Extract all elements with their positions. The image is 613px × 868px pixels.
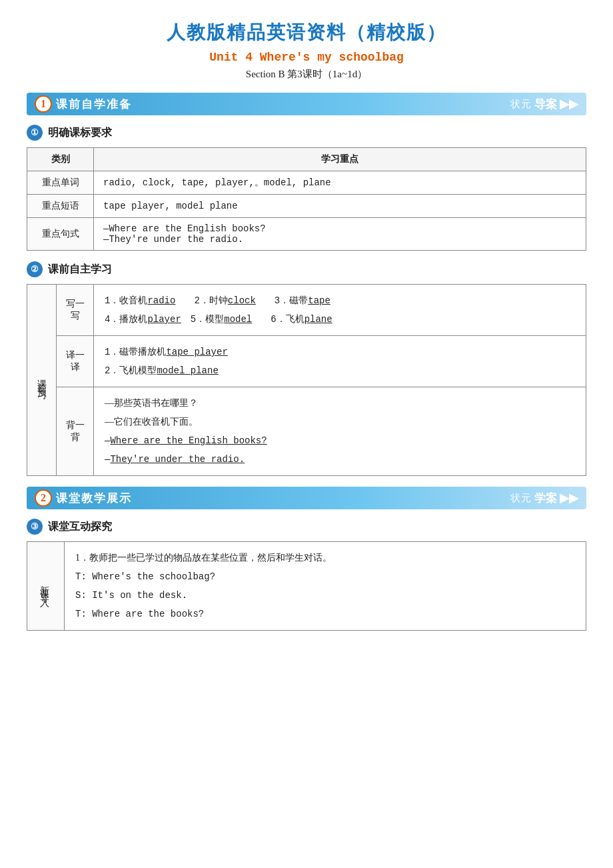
write-content: 1．收音机radio 2．时钟clock 3．磁带tape 4．播放机playe… bbox=[94, 285, 586, 336]
write-line-1: 1．收音机radio 2．时钟clock 3．磁带tape bbox=[105, 291, 575, 310]
recite-line-3: —Where are the English books? bbox=[105, 431, 575, 450]
step3-header: ③ 课堂互动探究 bbox=[27, 519, 586, 535]
banner2-arrow: ▶▶ bbox=[560, 491, 578, 505]
translate-line-2: 2．飞机模型model plane bbox=[105, 361, 575, 380]
banner2-num: 2 bbox=[35, 489, 52, 507]
step3-circle: ③ bbox=[27, 519, 43, 535]
step2-header: ② 课前自主学习 bbox=[27, 261, 586, 277]
sub-title: Unit 4 Where's my schoolbag bbox=[27, 51, 586, 64]
recite-line-2: —它们在收音机下面。 bbox=[105, 413, 575, 431]
banner2-text: 课堂教学展示 bbox=[56, 491, 132, 506]
banner-2: 2 课堂教学展示 状元 学案 ▶▶ bbox=[27, 487, 586, 509]
banner1-num: 1 bbox=[35, 95, 52, 113]
table-row: 重点单词 radio, clock, tape, player,。model, … bbox=[27, 171, 586, 195]
banner1-right-prefix: 状元 bbox=[510, 98, 532, 111]
step2-circle: ② bbox=[27, 261, 43, 277]
translate-content: 1．磁带播放机tape player 2．飞机模型model plane bbox=[94, 336, 586, 387]
step1-table: 类别 学习重点 重点单词 radio, clock, tape, player,… bbox=[27, 147, 586, 251]
table-header-focus: 学习重点 bbox=[94, 148, 586, 171]
table-row: 重点短语 tape player, model plane bbox=[27, 195, 586, 218]
step3-line-1: 1．教师把一些已学过的物品放在某些位置，然后和学生对话。 bbox=[75, 549, 575, 567]
step3-title: 课堂互动探究 bbox=[48, 520, 112, 534]
banner1-text: 课前自学准备 bbox=[56, 97, 132, 112]
banner2-right-prefix: 状元 bbox=[510, 492, 532, 505]
outer-label-preview: 课前预习 bbox=[27, 285, 57, 476]
row-content-vocab: radio, clock, tape, player,。model, plane bbox=[94, 171, 586, 195]
section-info: Section B 第3课时（1a~1d） bbox=[27, 68, 586, 81]
banner1-arrow: ▶▶ bbox=[560, 97, 578, 111]
step1-header: ① 明确课标要求 bbox=[27, 125, 586, 141]
preview-row-write: 课前预习 写一写 1．收音机radio 2．时钟clock 3．磁带tape 4… bbox=[27, 285, 586, 336]
translate-line-1: 1．磁带播放机tape player bbox=[105, 343, 575, 361]
step3-content: 1．教师把一些已学过的物品放在某些位置，然后和学生对话。 T: Where's … bbox=[65, 542, 586, 631]
banner-1: 1 课前自学准备 状元 导案 ▶▶ bbox=[27, 93, 586, 115]
step1-circle: ① bbox=[27, 125, 43, 141]
step3-table: 新课导入 1．教师把一些已学过的物品放在某些位置，然后和学生对话。 T: Whe… bbox=[27, 541, 586, 631]
step3-row: 新课导入 1．教师把一些已学过的物品放在某些位置，然后和学生对话。 T: Whe… bbox=[27, 542, 586, 631]
banner1-right-bold: 导案 bbox=[534, 97, 557, 112]
step3-line-3: S: It's on the desk. bbox=[75, 586, 575, 605]
row-label-sentence: 重点句式 bbox=[27, 218, 94, 251]
step3-label: 新课导入 bbox=[27, 542, 65, 631]
row-content-sentence: —Where are the English books? —They're u… bbox=[94, 218, 586, 251]
recite-line-1: —那些英语书在哪里？ bbox=[105, 394, 575, 413]
preview-table: 课前预习 写一写 1．收音机radio 2．时钟clock 3．磁带tape 4… bbox=[27, 284, 586, 476]
step1-title: 明确课标要求 bbox=[48, 126, 112, 140]
table-row: 重点句式 —Where are the English books? —They… bbox=[27, 218, 586, 251]
preview-row-translate: 译一译 1．磁带播放机tape player 2．飞机模型model plane bbox=[27, 336, 586, 387]
banner2-right-bold: 学案 bbox=[534, 491, 557, 506]
write-line-2: 4．播放机player 5．模型model 6．飞机plane bbox=[105, 310, 575, 329]
mid-label-write: 写一写 bbox=[57, 285, 94, 336]
mid-label-recite: 背一背 bbox=[57, 387, 94, 476]
row-label-vocab: 重点单词 bbox=[27, 171, 94, 195]
main-title: 人教版精品英语资料（精校版） bbox=[27, 20, 586, 45]
step2-title: 课前自主学习 bbox=[48, 263, 112, 277]
sentence-line-1: —Where are the English books? bbox=[103, 223, 576, 234]
row-label-phrase: 重点短语 bbox=[27, 195, 94, 218]
step3-line-2: T: Where's the schoolbag? bbox=[75, 567, 575, 586]
recite-content: —那些英语书在哪里？ —它们在收音机下面。 —Where are the Eng… bbox=[94, 387, 586, 476]
recite-line-4: —They're under the radio. bbox=[105, 450, 575, 469]
table-header-category: 类别 bbox=[27, 148, 94, 171]
row-content-phrase: tape player, model plane bbox=[94, 195, 586, 218]
sentence-line-2: —They're under the radio. bbox=[103, 234, 576, 245]
mid-label-translate: 译一译 bbox=[57, 336, 94, 387]
step3-line-4: T: Where are the books? bbox=[75, 605, 575, 623]
preview-row-recite: 背一背 —那些英语书在哪里？ —它们在收音机下面。 —Where are the… bbox=[27, 387, 586, 476]
